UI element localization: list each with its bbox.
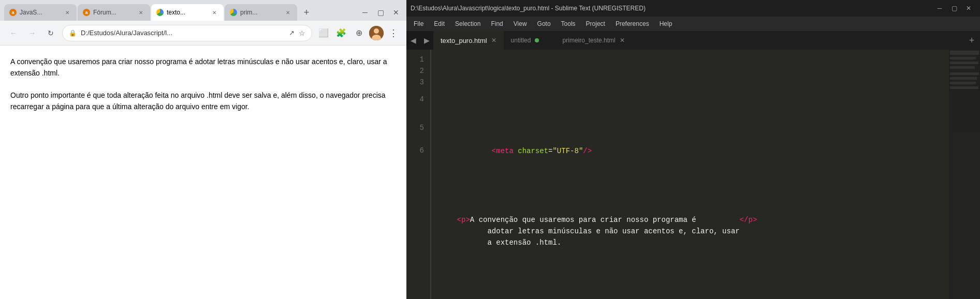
tab2-favicon: a — [83, 9, 90, 16]
sublime-tab3-close[interactable]: ✕ — [620, 37, 625, 44]
address-bar: ← → ↻ 🔒 D:/Estudos/Alura/Javascript/l...… — [0, 21, 406, 46]
menu-view[interactable]: View — [508, 17, 532, 31]
sublime-minimize[interactable]: ─ — [932, 1, 947, 16]
sublime-text-window: D:\Estudos\Alura\Javascript\logica\texto… — [406, 0, 980, 299]
tag-p-open: <p> — [457, 214, 470, 226]
code-line-2: <meta charset="UTF-8"/> — [440, 145, 941, 168]
svg-rect-9 — [950, 82, 976, 84]
tab-bar-spacer — [632, 31, 963, 50]
tab-next-button[interactable]: ▶ — [420, 31, 433, 50]
sublime-tab-2[interactable]: untitled — [504, 31, 555, 50]
line-num-3: 3 — [406, 77, 424, 88]
close-button[interactable]: ✕ — [390, 6, 402, 19]
attr-charset: charset — [518, 145, 548, 157]
code-content[interactable]: <meta charset="UTF-8"/> <p>A convenção q… — [431, 50, 949, 299]
line-num-4: 4 — [406, 88, 424, 111]
menu-preferences[interactable]: Preferences — [610, 17, 654, 31]
tab3-favicon — [156, 9, 164, 16]
line-numbers: 1 2 3 4 5 6 — [406, 50, 431, 299]
bookmark-icon[interactable]: ☆ — [299, 29, 305, 37]
sublime-tab1-label: texto_puro.html — [441, 37, 487, 44]
menu-tools[interactable]: Tools — [556, 17, 581, 31]
line-num-5: 5 — [406, 122, 424, 133]
sublime-tab-bar: ◀ ▶ texto_puro.html ✕ untitled primeiro_… — [406, 31, 980, 50]
forward-button[interactable]: → — [25, 26, 39, 40]
tag-p-close: </p> — [740, 214, 757, 226]
browser-tab-bar: a JavaS... ✕ a Fórum... ✕ texto... ✕ pri… — [0, 0, 406, 21]
menu-selection[interactable]: Selection — [450, 17, 486, 31]
menu-edit[interactable]: Edit — [429, 17, 450, 31]
sublime-maximize[interactable]: ▢ — [947, 1, 961, 16]
menu-project[interactable]: Project — [581, 17, 610, 31]
svg-rect-6 — [950, 66, 975, 69]
menu-help[interactable]: Help — [654, 17, 678, 31]
attr-charset-value: "UTF-8" — [552, 145, 583, 157]
code-line-1 — [440, 88, 941, 99]
minimize-button[interactable]: ─ — [359, 6, 371, 19]
code-editor[interactable]: 1 2 3 4 5 6 <meta charset="UTF-8"/> <p>A… — [406, 50, 980, 299]
menu-find[interactable]: Find — [486, 17, 508, 31]
browser-tab-3[interactable]: texto... ✕ — [151, 4, 224, 21]
share-icon[interactable]: ↗ — [289, 29, 295, 37]
browser-tab-1[interactable]: a JavaS... ✕ — [4, 4, 77, 21]
tab4-close[interactable]: ✕ — [284, 8, 292, 17]
sublime-title-bar: D:\Estudos\Alura\Javascript\logica\texto… — [406, 0, 980, 17]
sublime-title: D:\Estudos\Alura\Javascript\logica\texto… — [411, 5, 932, 12]
svg-rect-8 — [950, 77, 977, 80]
line-num-6: 6 — [406, 145, 424, 156]
lock-icon: 🔒 — [69, 29, 77, 37]
browser-menu-button[interactable]: ⋮ — [387, 27, 400, 39]
new-sublime-tab[interactable]: + — [963, 31, 980, 50]
address-icons: ↗ ☆ — [289, 29, 305, 37]
line-num-1: 1 — [406, 54, 424, 65]
sublime-tab2-label: untitled — [511, 37, 531, 44]
profile-button[interactable]: ⊕ — [352, 26, 366, 40]
refresh-button[interactable]: ↻ — [43, 26, 58, 40]
tab4-label: prim... — [240, 9, 281, 16]
address-input[interactable]: 🔒 D:/Estudos/Alura/Javascript/l... ↗ ☆ — [62, 25, 312, 41]
line-num-2: 2 — [406, 65, 424, 77]
sublime-tab3-label: primeiro_teste.html — [563, 37, 616, 44]
sublime-tab-3[interactable]: primeiro_teste.html ✕ — [555, 31, 632, 50]
tag-meta-close: /> — [583, 145, 592, 157]
tab1-label: JavaS... — [20, 9, 60, 16]
tab2-modified-dot — [535, 38, 539, 42]
sublime-tab1-close[interactable]: ✕ — [491, 37, 496, 44]
menu-file[interactable]: File — [408, 17, 429, 31]
svg-point-1 — [374, 28, 379, 34]
tab3-close[interactable]: ✕ — [210, 8, 218, 17]
browser-content: A convenção que usaremos para criar noss… — [0, 46, 406, 299]
avatar-icon — [369, 26, 384, 40]
menu-goto[interactable]: Goto — [532, 17, 556, 31]
back-button[interactable]: ← — [6, 26, 21, 40]
tab2-label: Fórum... — [93, 9, 134, 16]
code-line-3: <p>A convenção que usaremos para criar n… — [440, 214, 941, 248]
window-controls: ─ ▢ ✕ — [359, 6, 402, 21]
tab1-favicon: a — [9, 9, 17, 16]
maximize-button[interactable]: ▢ — [374, 6, 387, 19]
browser-tab-4[interactable]: prim... ✕ — [225, 4, 297, 21]
minimap-svg — [949, 50, 980, 257]
svg-rect-4 — [950, 57, 976, 59]
tab3-label: texto... — [167, 9, 207, 16]
screen-cast-button[interactable]: ⬜ — [316, 26, 331, 40]
tab2-close[interactable]: ✕ — [137, 8, 145, 17]
tab4-favicon — [230, 9, 237, 16]
sublime-menu-bar: File Edit Selection Find View Goto Tools… — [406, 17, 980, 31]
svg-rect-10 — [950, 86, 978, 89]
minimap — [949, 50, 980, 299]
avatar-button[interactable] — [369, 26, 384, 40]
svg-rect-7 — [950, 72, 979, 75]
sublime-close[interactable]: ✕ — [961, 1, 976, 16]
tab1-close[interactable]: ✕ — [63, 8, 71, 17]
tag-meta-open: <meta — [492, 145, 514, 157]
code-line-4 — [440, 294, 941, 299]
sublime-tab-1[interactable]: texto_puro.html ✕ — [433, 31, 504, 50]
extensions-button[interactable]: 🧩 — [334, 26, 348, 40]
paragraph-2: Outro ponto importante é que toda altera… — [10, 89, 396, 113]
browser-toolbar-right: ⬜ 🧩 ⊕ ⋮ — [316, 26, 400, 40]
browser-window: a JavaS... ✕ a Fórum... ✕ texto... ✕ pri… — [0, 0, 406, 299]
browser-tab-2[interactable]: a Fórum... ✕ — [78, 4, 150, 21]
tab-prev-button[interactable]: ◀ — [406, 31, 420, 50]
new-tab-button[interactable]: + — [298, 4, 315, 21]
